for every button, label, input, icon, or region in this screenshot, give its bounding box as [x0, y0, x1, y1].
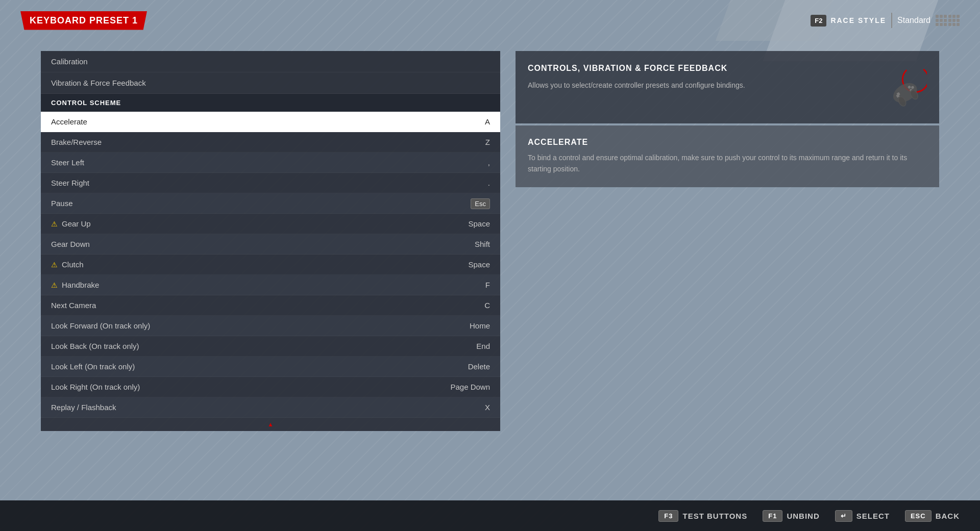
key-binding: Space [468, 260, 490, 269]
control-label: Handbrake [62, 281, 99, 289]
key-binding: Esc [471, 199, 490, 208]
key-binding: Space [468, 219, 490, 228]
bottom-action[interactable]: F3TEST BUTTONS [658, 510, 747, 522]
info-description: Allows you to select/create controller p… [528, 80, 745, 91]
control-row[interactable]: AccelerateA [41, 112, 500, 132]
grid-icon-2 [948, 15, 960, 26]
bottom-bar: F3TEST BUTTONSF1UNBIND↵SELECTEscBACK [0, 500, 980, 531]
control-row[interactable]: Replay / FlashbackX [41, 397, 500, 418]
control-row[interactable]: PauseEsc [41, 193, 500, 214]
control-label: Gear Down [51, 240, 90, 248]
grid-icons [936, 15, 960, 26]
control-name: ⚠Clutch [51, 260, 84, 269]
control-label: Look Right (On track only) [51, 383, 140, 391]
control-scheme-header: CONTROL SCHEME [41, 94, 500, 112]
control-row[interactable]: Gear DownShift [41, 234, 500, 255]
action-label: BACK [936, 512, 960, 520]
control-name: Look Right (On track only) [51, 383, 140, 391]
control-name: ⚠Gear Up [51, 219, 91, 228]
action-key: F3 [658, 510, 678, 522]
control-label: Steer Right [51, 179, 89, 187]
keyboard-preset-badge: KEYBOARD PRESET 1 [20, 11, 147, 30]
control-label: Accelerate [51, 117, 87, 126]
control-label: Pause [51, 199, 73, 208]
control-name: Pause [51, 199, 73, 208]
main-content: Calibration Vibration & Force Feedback C… [41, 51, 939, 490]
warning-icon: ⚠ [51, 261, 58, 269]
control-row[interactable]: Look Back (On track only)End [41, 336, 500, 357]
gamepad-icon-container [881, 63, 927, 111]
bottom-action[interactable]: EscBACK [905, 510, 960, 522]
race-style-value: Standard [897, 16, 930, 25]
control-label: Gear Up [62, 219, 91, 228]
key-badge: Esc [471, 198, 490, 209]
control-row[interactable]: ⚠Gear UpSpace [41, 214, 500, 234]
control-name: Steer Left [51, 158, 84, 167]
key-binding: Z [485, 138, 490, 146]
race-style-label: RACE STYLE [830, 16, 886, 24]
control-row[interactable]: Brake/ReverseZ [41, 132, 500, 153]
control-name: Replay / Flashback [51, 403, 116, 412]
key-binding: End [476, 342, 490, 350]
controls-list: AccelerateABrake/ReverseZSteer Left,Stee… [41, 112, 500, 418]
bottom-action[interactable]: F1UNBIND [763, 510, 820, 522]
key-binding: Shift [475, 240, 490, 248]
race-style-divider [891, 13, 892, 28]
bottom-action[interactable]: ↵SELECT [835, 510, 890, 522]
control-row[interactable]: Next CameraC [41, 295, 500, 316]
scroll-indicator: ▲ [41, 418, 500, 431]
accelerate-description: To bind a control and ensure optimal cal… [528, 152, 927, 175]
control-label: Look Forward (On track only) [51, 321, 150, 330]
control-row[interactable]: Look Forward (On track only)Home [41, 316, 500, 336]
vibration-row[interactable]: Vibration & Force Feedback [41, 72, 500, 94]
control-row[interactable]: Steer Left, [41, 153, 500, 173]
control-name: Accelerate [51, 117, 87, 126]
warning-icon: ⚠ [51, 220, 58, 228]
warning-icon: ⚠ [51, 281, 58, 289]
action-key: ↵ [835, 510, 852, 522]
info-top-text: CONTROLS, VIBRATION & FORCE FEEDBACK All… [528, 63, 745, 91]
control-row[interactable]: Look Left (On track only)Delete [41, 357, 500, 377]
control-panel: Calibration Vibration & Force Feedback C… [41, 51, 500, 490]
f2-key: F2 [811, 15, 826, 27]
action-label: SELECT [856, 512, 890, 520]
action-label: TEST BUTTONS [682, 512, 747, 520]
vibration-label: Vibration & Force Feedback [51, 79, 146, 87]
control-name: Look Back (On track only) [51, 342, 139, 350]
control-name: Look Left (On track only) [51, 362, 135, 371]
key-binding: F [485, 281, 490, 289]
control-row[interactable]: Look Right (On track only)Page Down [41, 377, 500, 397]
info-title: CONTROLS, VIBRATION & FORCE FEEDBACK [528, 63, 745, 74]
scroll-arrow: ▲ [267, 421, 274, 428]
header: KEYBOARD PRESET 1 F2 RACE STYLE Standard [0, 0, 980, 41]
control-label: Brake/Reverse [51, 138, 102, 146]
key-binding: A [485, 117, 490, 126]
control-row[interactable]: Steer Right. [41, 173, 500, 193]
key-binding: X [485, 403, 490, 412]
control-label: Clutch [62, 260, 84, 269]
control-label: Steer Left [51, 158, 84, 167]
control-row[interactable]: ⚠ClutchSpace [41, 255, 500, 275]
grid-icon-1 [936, 15, 947, 26]
info-panel: CONTROLS, VIBRATION & FORCE FEEDBACK All… [516, 51, 939, 490]
bottom-actions: F3TEST BUTTONSF1UNBIND↵SELECTEscBACK [658, 510, 960, 522]
gamepad-icon [881, 63, 927, 109]
control-name: Gear Down [51, 240, 90, 248]
accelerate-title: ACCELERATE [528, 138, 927, 147]
action-key: F1 [763, 510, 782, 522]
control-name: ⚠Handbrake [51, 281, 99, 289]
info-bottom-section: ACCELERATE To bind a control and ensure … [516, 125, 939, 187]
key-binding: Page Down [450, 383, 490, 391]
action-label: UNBIND [787, 512, 819, 520]
action-key: Esc [905, 510, 932, 522]
control-name: Look Forward (On track only) [51, 321, 150, 330]
control-name: Steer Right [51, 179, 89, 187]
info-top-section: CONTROLS, VIBRATION & FORCE FEEDBACK All… [516, 51, 939, 123]
control-label: Look Back (On track only) [51, 342, 139, 350]
control-label: Replay / Flashback [51, 403, 116, 412]
key-binding: C [484, 301, 490, 310]
control-label: Next Camera [51, 301, 96, 310]
control-row[interactable]: ⚠HandbrakeF [41, 275, 500, 295]
key-binding: . [488, 179, 490, 187]
calibration-row[interactable]: Calibration [41, 51, 500, 72]
